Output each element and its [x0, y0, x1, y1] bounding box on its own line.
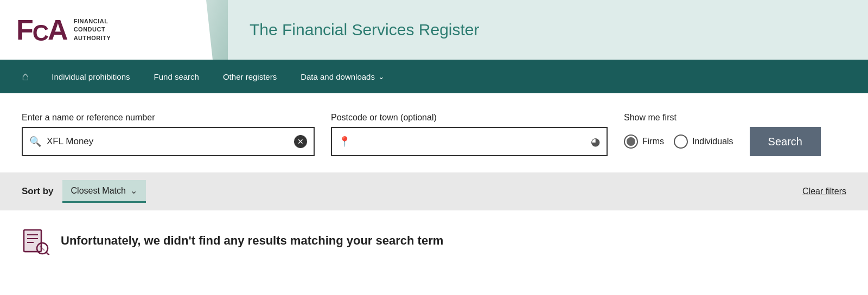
logo-section: FCA FINANCIAL CONDUCT AUTHORITY — [0, 0, 206, 60]
header-title-section: The Financial Services Register — [228, 0, 868, 60]
nav-item-other-registers[interactable]: Other registers — [211, 60, 289, 93]
sort-dropdown[interactable]: Closest Match ⌄ — [62, 180, 146, 203]
home-icon: ⌂ — [22, 69, 29, 84]
nav-label-data-wrapper: Data and downloads ⌄ — [301, 72, 385, 81]
radio-firms-label: Firms — [642, 137, 664, 146]
svg-rect-0 — [24, 230, 42, 253]
radio-individuals-option[interactable]: Individuals — [674, 134, 733, 149]
radio-group: Firms Individuals — [624, 127, 733, 156]
fca-a: A — [48, 14, 67, 46]
clear-name-button[interactable]: ✕ — [294, 135, 307, 148]
search-button-label: Search — [768, 136, 802, 148]
fca-logo: FCA FINANCIAL CONDUCT AUTHORITY — [16, 16, 111, 44]
nav-label-other: Other registers — [223, 72, 277, 81]
search-icon: 🔍 — [29, 136, 41, 148]
sort-left: Sort by Closest Match ⌄ — [22, 180, 146, 203]
header-divider — [206, 0, 228, 60]
clear-filters-button[interactable]: Clear filters — [802, 187, 846, 196]
fca-name: FINANCIAL CONDUCT AUTHORITY — [74, 17, 111, 42]
clear-filters-label: Clear filters — [802, 187, 846, 196]
location-refresh-icon[interactable]: ◕ — [591, 135, 600, 148]
navigation: ⌂ Individual prohibitions Fund search Ot… — [0, 60, 868, 93]
nav-item-fund-search[interactable]: Fund search — [142, 60, 211, 93]
name-input-wrapper: 🔍 ✕ — [22, 127, 315, 156]
header: FCA FINANCIAL CONDUCT AUTHORITY The Fina… — [0, 0, 868, 60]
name-field-group: Enter a name or reference number 🔍 ✕ — [22, 113, 315, 156]
show-me-label: Show me first — [624, 113, 733, 123]
postcode-field-group: Postcode or town (optional) 📍 ◕ — [331, 113, 608, 156]
name-input[interactable] — [47, 136, 289, 147]
page-title: The Financial Services Register — [250, 21, 480, 39]
name-input-label: Enter a name or reference number — [22, 113, 315, 123]
fca-c: C — [33, 20, 48, 46]
radio-individuals-circle — [674, 134, 688, 149]
results-section: Unfortunately, we didn't find any result… — [0, 210, 868, 271]
nav-label-data: Data and downloads — [301, 72, 375, 81]
search-section: Enter a name or reference number 🔍 ✕ Pos… — [0, 93, 868, 172]
no-results-row: Unfortunately, we didn't find any result… — [22, 227, 846, 255]
sort-dropdown-label: Closest Match — [71, 186, 126, 196]
fca-name-line3: AUTHORITY — [74, 34, 111, 42]
no-results-message: Unfortunately, we didn't find any result… — [61, 234, 443, 248]
chevron-down-icon: ⌄ — [378, 72, 385, 81]
sort-bar: Sort by Closest Match ⌄ Clear filters — [0, 172, 868, 210]
postcode-input-wrapper: 📍 ◕ — [331, 127, 608, 156]
postcode-input-label: Postcode or town (optional) — [331, 113, 608, 123]
nav-label-fund: Fund search — [154, 72, 199, 81]
radio-firms-inner — [627, 137, 635, 146]
radio-individuals-label: Individuals — [692, 137, 733, 146]
nav-label-individual: Individual prohibitions — [52, 72, 130, 81]
fca-f: F — [16, 14, 33, 46]
no-results-icon — [22, 227, 50, 255]
radio-firms-option[interactable]: Firms — [624, 134, 664, 149]
location-pin-icon: 📍 — [339, 136, 350, 148]
postcode-input[interactable] — [356, 136, 585, 147]
chevron-down-icon: ⌄ — [130, 185, 137, 196]
show-me-first-group: Show me first Firms Individuals — [624, 113, 733, 156]
search-button[interactable]: Search — [750, 127, 821, 156]
nav-item-individual-prohibitions[interactable]: Individual prohibitions — [40, 60, 142, 93]
svg-line-6 — [46, 252, 49, 255]
nav-item-data-downloads[interactable]: Data and downloads ⌄ — [289, 60, 397, 93]
sort-by-label: Sort by — [22, 186, 54, 197]
fca-name-line1: FINANCIAL — [74, 17, 111, 25]
fca-name-line2: CONDUCT — [74, 25, 111, 34]
nav-home-button[interactable]: ⌂ — [11, 60, 40, 93]
fca-initials: FCA — [16, 16, 67, 44]
radio-firms-circle — [624, 134, 638, 149]
